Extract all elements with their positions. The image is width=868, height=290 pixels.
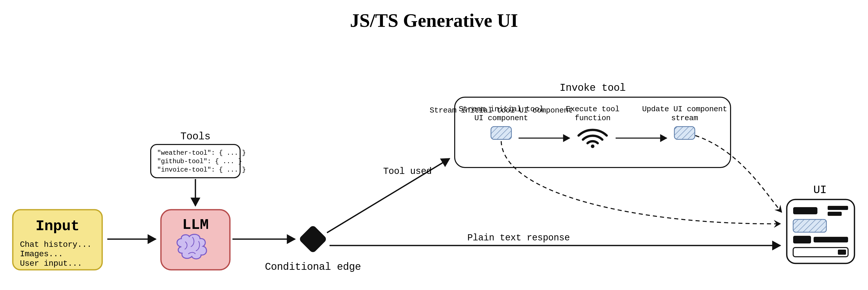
dashed-arrow-step1-to-ui [501, 141, 780, 224]
svg-rect-9 [793, 207, 817, 214]
svg-rect-16 [838, 250, 846, 255]
llm-heading: LLM [182, 216, 209, 233]
diagram-title: JS/TS Generative UI [350, 10, 518, 31]
wifi-icon [579, 130, 607, 148]
step2-l1: Execute tool [566, 105, 619, 114]
dashed-arrow-step3-to-ui [695, 136, 782, 212]
diagram-canvas: JS/TS Generative UI Input Chat history..… [0, 0, 868, 290]
invoke-tool-group: Invoke tool Stream initial tool UI compo… [430, 82, 731, 168]
plain-text-label: Plain text response [467, 233, 570, 243]
step1-l2: UI component [474, 114, 528, 122]
svg-rect-13 [793, 236, 811, 243]
tools-label: Tools [180, 131, 211, 142]
input-heading: Input [35, 218, 80, 234]
tools-line-2: "github-tool": { ... } [157, 157, 242, 165]
input-line-1: Chat history... [20, 240, 92, 249]
input-node: Input Chat history... Images... User inp… [13, 210, 102, 270]
tools-node: Tools "weather-tool": { ... } "github-to… [151, 131, 246, 178]
svg-rect-5 [298, 225, 327, 254]
tools-line-1: "weather-tool": { ... } [157, 149, 246, 157]
ui-node: UI [787, 184, 855, 263]
step3-l2: stream [671, 114, 698, 122]
conditional-edge-node: Conditional edge [265, 225, 361, 273]
svg-rect-14 [814, 237, 848, 242]
tools-line-3: "invoice-tool": { ... } [157, 166, 246, 174]
svg-rect-12 [793, 220, 826, 232]
tool-used-label: Tool used [383, 166, 432, 177]
svg-rect-11 [828, 212, 842, 216]
svg-rect-10 [828, 206, 848, 210]
ui-component-chip-1 [491, 126, 512, 139]
ui-label: UI [813, 184, 827, 196]
conditional-label: Conditional edge [265, 261, 361, 273]
step3-l1: Update UI component [642, 105, 727, 114]
input-line-3: User input... [20, 259, 82, 268]
input-line-2: Images... [20, 249, 63, 259]
step2-l2: function [575, 114, 611, 122]
invoke-tool-label: Invoke tool [560, 82, 626, 94]
llm-node: LLM [161, 210, 230, 270]
svg-point-7 [591, 144, 594, 148]
ui-component-chip-2 [674, 126, 695, 139]
step1-l1: Stream initial tool [459, 105, 544, 114]
invoke-tool-steps: Stream initial tool UI component Execute… [459, 105, 727, 148]
